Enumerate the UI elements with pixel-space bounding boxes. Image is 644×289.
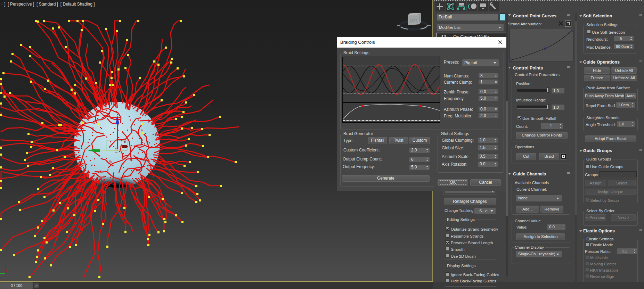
svg-text:z: z bbox=[116, 115, 118, 119]
svg-text:x: x bbox=[6, 269, 8, 272]
svg-text:LEFT: LEFT bbox=[410, 19, 417, 22]
svg-text:x: x bbox=[124, 140, 126, 144]
svg-text:y: y bbox=[84, 146, 87, 150]
